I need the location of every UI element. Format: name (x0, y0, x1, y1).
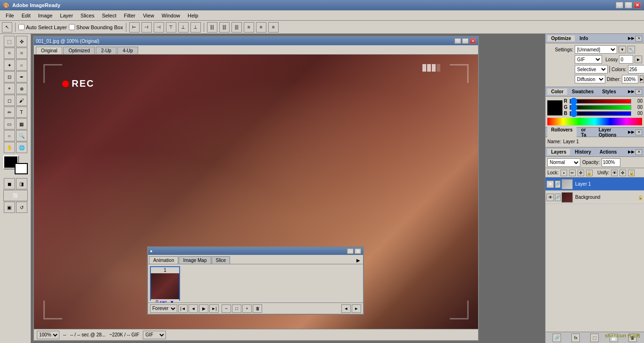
tab-or-ta[interactable]: or Ta (578, 127, 594, 138)
tab-layers[interactable]: Layers (547, 149, 570, 155)
pen-tool[interactable]: ✏ (4, 106, 15, 118)
add-style-btn[interactable]: fx (571, 334, 580, 342)
anim-delete-btn[interactable]: 🗑 (253, 304, 262, 313)
dodge-tool[interactable]: ○ (4, 130, 15, 141)
crop-tool[interactable]: ⊡ (4, 71, 15, 82)
quick-mask-btn[interactable]: ◨ (16, 178, 27, 189)
lossy-input[interactable] (619, 55, 633, 64)
minimize-button[interactable]: ─ (616, 2, 623, 8)
lasso-tool[interactable]: ○ (16, 59, 27, 71)
settings-menu-btn[interactable]: ▼ (619, 46, 626, 53)
menu-select[interactable]: Select (98, 12, 120, 19)
menu-edit[interactable]: Edit (18, 12, 34, 19)
settings-select[interactable]: [Unnamed] (575, 45, 617, 54)
rollovers-controls[interactable]: ▶▶ ✕ (628, 130, 642, 135)
zoom-select[interactable]: 100% 50% 200% (37, 331, 59, 339)
menu-image[interactable]: Image (34, 12, 57, 19)
lossy-arrow-btn[interactable]: ▶ (635, 56, 642, 63)
dither-input[interactable] (622, 75, 638, 83)
tab-swatches[interactable]: Swatches (568, 89, 597, 95)
menu-help[interactable]: Help (184, 12, 202, 19)
eyedropper-tool[interactable]: ✒ (16, 71, 27, 82)
add-mask-btn[interactable]: ⬚ (590, 334, 599, 342)
layer-1-visibility[interactable]: 👁 (546, 180, 554, 188)
dither-arrow-btn[interactable]: ▶ (640, 75, 644, 83)
doc-minimize-btn[interactable]: ─ (454, 38, 461, 44)
tab-animation[interactable]: Animation (149, 256, 178, 264)
anim-new-frame-btn[interactable]: + (242, 304, 252, 313)
loop-select[interactable]: Forever Once 3 Times (150, 304, 177, 313)
menu-slices[interactable]: Slices (77, 12, 98, 19)
eraser-tool[interactable]: ◻ (4, 95, 15, 106)
rollovers-expand-btn[interactable]: ▶▶ (628, 130, 635, 135)
colors-input[interactable] (628, 65, 644, 74)
tab-layer-options[interactable]: Layer Options (595, 127, 628, 138)
distribute-center-btn[interactable]: ||| (219, 22, 230, 33)
opacity-input[interactable] (602, 158, 620, 167)
red-slider[interactable] (570, 99, 631, 104)
tab-original[interactable]: Original (36, 47, 62, 54)
paint-tool[interactable]: 🖌 (16, 95, 27, 106)
background-color[interactable] (15, 163, 28, 174)
rollovers-close-btn[interactable]: ✕ (636, 130, 642, 135)
menu-layer[interactable]: Layer (56, 12, 77, 19)
blue-slider[interactable] (570, 111, 631, 116)
tab-image-map[interactable]: Image Map (179, 256, 211, 264)
color-close-btn[interactable]: ✕ (636, 89, 642, 95)
gradient-tool[interactable]: ▦ (16, 118, 27, 130)
distribute-right-btn[interactable]: ||| (231, 22, 242, 33)
move-tool-btn[interactable]: ↖ (2, 22, 12, 33)
settings-options-btn[interactable]: 🔧 (627, 46, 635, 53)
color-swatch[interactable] (547, 100, 562, 115)
slice-tool[interactable]: ⌗ (4, 48, 15, 59)
move-tool[interactable]: ✜ (16, 36, 27, 47)
rollover-btn[interactable]: ↺ (16, 202, 27, 213)
doc-close-btn[interactable]: ✕ (470, 38, 476, 44)
layer-item-1[interactable]: 👁 🔗 Layer 1 (545, 178, 644, 191)
align-right-btn[interactable]: ⊣ (154, 22, 164, 33)
maximize-button[interactable]: □ (625, 2, 632, 8)
color-panel-controls[interactable]: ▶▶ ✕ (628, 89, 642, 95)
anim-minimize-btn[interactable]: ─ (347, 248, 354, 254)
lock-all-btn[interactable]: 🔒 (586, 170, 593, 176)
bg-visibility[interactable]: 👁 (546, 194, 554, 201)
unify-visible-btn[interactable]: 👁 (611, 170, 618, 176)
menu-file[interactable]: File (2, 12, 18, 19)
slice-select-tool[interactable]: ⌗ (16, 48, 27, 59)
distribute-top-btn[interactable]: ≡ (244, 22, 254, 33)
animation-frame-1[interactable]: 1 0 sec. ▼ (150, 266, 180, 301)
close-button[interactable]: ✕ (634, 2, 641, 8)
anim-last-btn[interactable]: ~ (222, 304, 231, 313)
standard-mode-btn[interactable]: ◼ (4, 178, 15, 189)
tab-color[interactable]: Color (547, 89, 567, 95)
text-tool[interactable]: T (16, 106, 27, 118)
blend-mode-select[interactable]: Normal Multiply Screen (547, 158, 580, 167)
anim-play-btn[interactable]: ▶ (199, 304, 208, 313)
distribute-middle-btn[interactable]: ≡ (256, 22, 266, 33)
opt-expand-btn[interactable]: ▶▶ (628, 36, 635, 41)
tab-info[interactable]: Info (576, 35, 592, 41)
anim-close-btn[interactable]: ✕ (355, 248, 361, 254)
menu-window[interactable]: Window (158, 12, 184, 19)
doc-restore-btn[interactable]: □ (462, 38, 469, 44)
auto-select-checkbox[interactable] (18, 24, 25, 30)
preview-btn[interactable]: ▣ (4, 202, 15, 213)
title-bar-controls[interactable]: ─ □ ✕ (616, 2, 641, 8)
green-slider[interactable] (570, 105, 631, 110)
link-layers-btn[interactable]: 🔗 (553, 334, 561, 342)
anim-next-btn[interactable]: ►| (209, 304, 219, 313)
screen-mode-btn[interactable]: ⬜ (3, 190, 28, 201)
selective-color-icon[interactable] (609, 66, 610, 73)
dither-select[interactable]: Diffusion Pattern Noise No Dither (575, 75, 605, 83)
unify-position-btn[interactable]: ✜ (619, 170, 626, 176)
distribute-bottom-btn[interactable]: ≡ (268, 22, 279, 33)
frame-delay[interactable]: 0 sec. ▼ (151, 299, 179, 302)
align-left-btn[interactable]: ⊢ (129, 22, 140, 33)
anim-scroll-left-btn[interactable]: ◄ (341, 304, 351, 313)
color-expand-btn[interactable]: ▶▶ (628, 89, 635, 95)
web-tool[interactable]: 🌐 (16, 142, 27, 153)
anim-scroll-right-btn[interactable]: ► (352, 304, 361, 313)
selection-tool[interactable]: ⬚ (4, 36, 15, 47)
anim-prev-btn[interactable]: ◄ (189, 304, 198, 313)
color-picker[interactable] (3, 155, 28, 174)
